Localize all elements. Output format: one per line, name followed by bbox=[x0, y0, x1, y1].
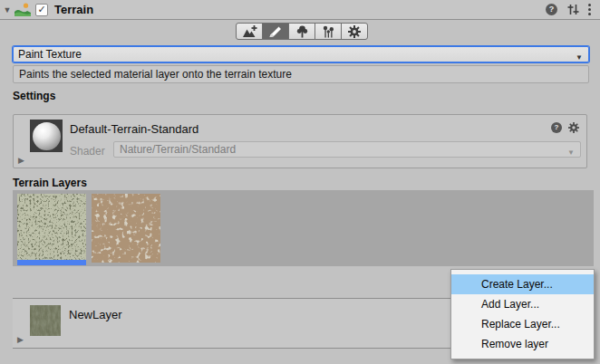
layer-foldout-icon[interactable]: ▶ bbox=[17, 335, 24, 344]
component-enabled-checkbox[interactable]: ✓ bbox=[35, 4, 48, 16]
paint-trees-icon bbox=[295, 25, 309, 38]
terrain-inspector: ▼ ✓ Terrain ? bbox=[0, 0, 600, 364]
material-gear-icon[interactable] bbox=[568, 122, 579, 133]
rock-texture-thumbnail bbox=[92, 194, 160, 263]
terrain-layer-tile-rock[interactable] bbox=[92, 194, 160, 263]
terrain-settings-button[interactable] bbox=[341, 23, 368, 40]
terrain-material-box: Default-Terrain-Standard ? Shader Nature… bbox=[13, 114, 587, 168]
component-foldout-icon[interactable]: ▼ bbox=[0, 5, 15, 14]
shader-dropdown-value: Nature/Terrain/Standard bbox=[120, 143, 236, 156]
menu-item-create-layer[interactable]: Create Layer... bbox=[451, 274, 594, 294]
paint-tool-dropdown[interactable]: Paint Texture ▼ bbox=[13, 46, 589, 62]
material-preview-thumbnail[interactable] bbox=[30, 120, 63, 152]
chevron-down-icon: ▼ bbox=[567, 146, 575, 160]
layer-context-menu: Create Layer... Add Layer... Replace Lay… bbox=[450, 269, 595, 359]
create-neighbor-terrains-icon bbox=[242, 25, 257, 38]
paint-trees-button[interactable] bbox=[288, 23, 315, 40]
tool-help-box: Paints the selected material layer onto … bbox=[13, 65, 589, 83]
paint-details-button[interactable] bbox=[315, 23, 342, 40]
create-neighbor-terrains-button[interactable] bbox=[236, 23, 263, 40]
menu-item-remove-layer[interactable]: Remove layer bbox=[451, 334, 594, 354]
layer-name: NewLayer bbox=[69, 308, 122, 321]
help-icon[interactable]: ? bbox=[546, 4, 557, 15]
checkmark-icon: ✓ bbox=[37, 5, 45, 14]
terrain-layers-section-label: Terrain Layers bbox=[13, 177, 87, 189]
terrain-icon bbox=[15, 3, 31, 16]
paint-terrain-brush-icon bbox=[268, 25, 283, 38]
paint-terrain-button[interactable] bbox=[262, 23, 289, 40]
terrain-layers-palette bbox=[13, 190, 594, 266]
chevron-down-icon: ▼ bbox=[576, 51, 583, 65]
material-sphere-icon bbox=[33, 122, 61, 150]
component-header: ▼ ✓ Terrain ? bbox=[0, 0, 600, 20]
material-name: Default-Terrain-Standard bbox=[70, 122, 198, 136]
more-menu-icon[interactable] bbox=[588, 4, 591, 15]
selected-layer-indicator bbox=[17, 260, 86, 265]
paint-details-icon bbox=[322, 25, 335, 38]
shader-label: Shader bbox=[70, 145, 105, 158]
component-title: Terrain bbox=[54, 3, 93, 16]
menu-item-replace-layer[interactable]: Replace Layer... bbox=[451, 314, 594, 334]
material-foldout-icon[interactable]: ▶ bbox=[18, 156, 24, 165]
settings-section-label: Settings bbox=[13, 90, 55, 102]
shader-dropdown: Nature/Terrain/Standard ▼ bbox=[113, 141, 581, 158]
layer-texture-thumbnail bbox=[30, 305, 61, 336]
terrain-toolbar bbox=[236, 23, 368, 40]
grass-texture-thumbnail bbox=[17, 194, 86, 260]
presets-icon[interactable] bbox=[566, 4, 579, 15]
terrain-layer-tile-grass[interactable] bbox=[17, 194, 86, 265]
material-help-icon[interactable]: ? bbox=[551, 122, 562, 133]
terrain-settings-gear-icon bbox=[348, 25, 361, 38]
tool-help-text: Paints the selected material layer onto … bbox=[19, 68, 292, 81]
menu-item-add-layer[interactable]: Add Layer... bbox=[451, 294, 594, 314]
paint-tool-dropdown-value: Paint Texture bbox=[18, 48, 82, 61]
